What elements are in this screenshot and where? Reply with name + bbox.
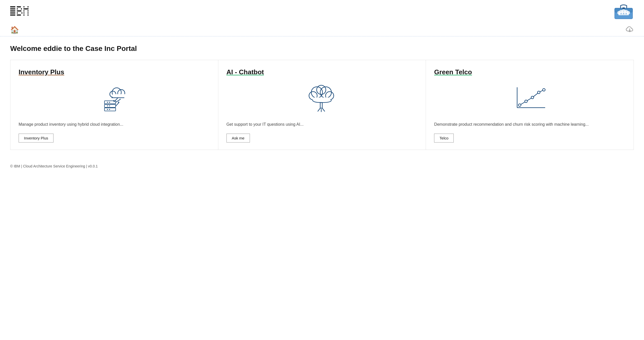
cloud-nav-icon[interactable] <box>626 26 634 34</box>
inventory-plus-description: Manage product inventory using hybrid cl… <box>19 121 123 128</box>
svg-rect-4 <box>10 15 15 16</box>
green-telco-description: Demonstrate product recommendation and c… <box>434 121 589 128</box>
ibm-logo <box>10 5 41 19</box>
ai-chatbot-button[interactable]: Ask me <box>226 134 250 143</box>
svg-point-47 <box>109 102 110 103</box>
cloud-suitcase-icon <box>613 3 634 21</box>
cards-container: Inventory Plus <box>10 60 634 150</box>
main-content: Welcome eddie to the Case Inc Portal Inv… <box>0 45 644 160</box>
header <box>0 0 644 24</box>
green-telco-icon-area <box>434 82 625 115</box>
footer: © IBM | Cloud Architecture Service Engin… <box>0 160 644 172</box>
svg-rect-24 <box>622 7 625 9</box>
svg-point-31 <box>621 13 622 14</box>
inventory-plus-icon-area <box>19 82 210 115</box>
svg-point-46 <box>107 109 108 110</box>
svg-rect-57 <box>320 103 322 108</box>
svg-point-32 <box>623 13 624 14</box>
footer-text: © IBM | Cloud Architecture Service Engin… <box>10 164 98 168</box>
svg-rect-1 <box>10 8 15 9</box>
svg-rect-3 <box>10 12 15 13</box>
svg-rect-38 <box>113 94 125 98</box>
svg-point-33 <box>626 13 627 14</box>
svg-point-49 <box>109 109 110 110</box>
svg-rect-0 <box>10 6 15 7</box>
navbar: 🏠 <box>0 24 644 36</box>
green-telco-button[interactable]: Telco <box>434 134 454 143</box>
svg-point-63 <box>538 91 540 94</box>
svg-rect-17 <box>10 7 41 8</box>
inventory-plus-card: Inventory Plus <box>10 60 218 150</box>
inventory-plus-title[interactable]: Inventory Plus <box>19 68 64 76</box>
inventory-plus-button[interactable]: Inventory Plus <box>19 134 53 143</box>
svg-rect-20 <box>10 13 41 15</box>
svg-point-55 <box>317 85 326 94</box>
svg-point-48 <box>109 105 110 106</box>
svg-point-64 <box>543 89 545 91</box>
welcome-title: Welcome eddie to the Case Inc Portal <box>10 45 634 53</box>
svg-rect-13 <box>25 8 26 9</box>
nav-divider <box>0 36 644 36</box>
ai-chatbot-card: AI - Chatbot <box>218 60 426 150</box>
svg-point-44 <box>107 102 108 103</box>
svg-rect-6 <box>18 6 21 7</box>
svg-rect-7 <box>18 10 21 11</box>
svg-point-60 <box>518 104 521 106</box>
ai-chatbot-icon-area <box>226 82 418 115</box>
home-icon[interactable]: 🏠 <box>10 26 19 34</box>
svg-rect-19 <box>10 11 41 12</box>
svg-rect-21 <box>10 16 41 18</box>
ai-chatbot-description: Get support to your IT questions using A… <box>226 121 304 128</box>
svg-point-61 <box>525 100 527 103</box>
svg-rect-8 <box>18 15 21 16</box>
svg-rect-16 <box>10 5 41 6</box>
svg-rect-2 <box>10 10 15 11</box>
svg-rect-18 <box>10 9 41 10</box>
svg-point-45 <box>107 105 108 106</box>
green-telco-title[interactable]: Green Telco <box>434 68 472 76</box>
ai-chatbot-title[interactable]: AI - Chatbot <box>226 68 264 76</box>
svg-point-62 <box>531 96 534 99</box>
green-telco-card: Green Telco Demonstrate product <box>426 60 634 150</box>
